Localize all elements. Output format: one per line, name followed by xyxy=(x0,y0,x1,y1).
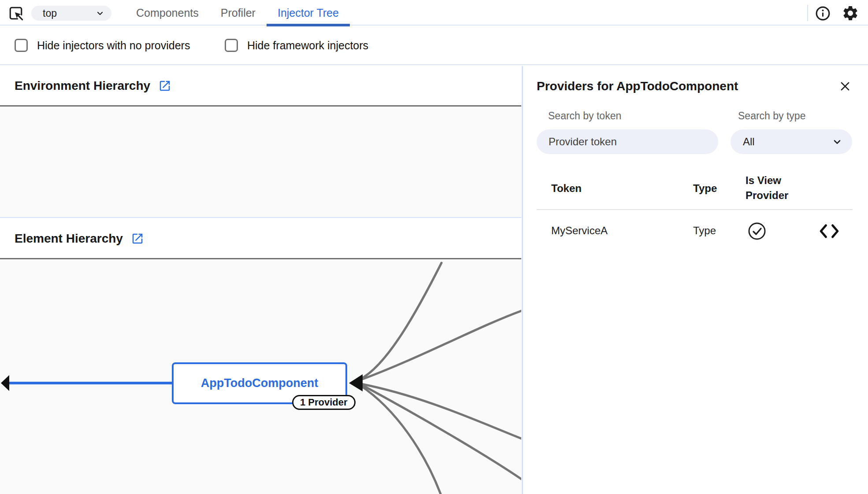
provider-count-badge[interactable]: 1 Provider xyxy=(292,395,356,410)
gear-icon xyxy=(842,4,859,22)
element-hierarchy-title: Element Hierarchy xyxy=(15,232,123,246)
column-header-is-view-provider: Is View Provider xyxy=(746,173,805,203)
toolbar: top Components Profiler Injector Tree xyxy=(0,0,868,26)
info-button[interactable] xyxy=(813,4,832,22)
chevron-down-icon xyxy=(96,9,104,18)
tab-profiler[interactable]: Profiler xyxy=(210,0,267,26)
providers-panel: Providers for AppTodoComponent Search by… xyxy=(522,66,868,494)
element-hierarchy-header: Element Hierarchy xyxy=(0,219,521,259)
close-icon xyxy=(838,80,852,93)
search-by-token-label: Search by token xyxy=(548,110,621,122)
provider-type-cell: Type xyxy=(693,225,716,237)
environment-hierarchy-graph[interactable] xyxy=(0,108,521,218)
column-header-token: Token xyxy=(551,182,582,195)
is-view-provider-check-icon xyxy=(747,221,767,241)
providers-panel-title: Providers for AppTodoComponent xyxy=(537,79,738,93)
hide-framework-checkbox-group[interactable]: Hide framework injectors xyxy=(225,26,368,64)
environment-hierarchy-header: Environment Hierarchy xyxy=(0,66,521,107)
provider-token-search-input[interactable] xyxy=(537,129,718,154)
table-divider xyxy=(537,209,853,210)
hide-framework-checkbox[interactable] xyxy=(225,39,238,52)
view-source-code-icon[interactable] xyxy=(819,224,839,239)
chevron-down-icon xyxy=(832,136,842,147)
frame-selector-dropdown[interactable]: top xyxy=(31,6,111,21)
inspect-element-button[interactable] xyxy=(7,5,25,21)
provider-token-cell: MyServiceA xyxy=(551,225,608,237)
hide-no-providers-checkbox[interactable] xyxy=(15,39,28,52)
open-in-new-icon[interactable] xyxy=(131,232,144,245)
inspect-icon xyxy=(7,6,24,21)
open-in-new-icon[interactable] xyxy=(158,79,171,92)
search-by-type-label: Search by type xyxy=(738,110,805,122)
filter-bar: Hide injectors with no providers Hide fr… xyxy=(0,26,868,65)
element-hierarchy-graph[interactable]: AppTodoComponent 1 Provider xyxy=(0,261,521,494)
environment-hierarchy-title: Environment Hierarchy xyxy=(15,79,150,93)
tab-components[interactable]: Components xyxy=(125,0,210,26)
provider-type-select-value: All xyxy=(743,136,832,148)
hide-no-providers-label: Hide injectors with no providers xyxy=(37,39,190,52)
frame-selector-value: top xyxy=(43,7,96,19)
graph-node-label: AppTodoComponent xyxy=(201,376,318,390)
settings-button[interactable] xyxy=(841,4,860,22)
hide-no-providers-checkbox-group[interactable]: Hide injectors with no providers xyxy=(15,26,190,64)
provider-type-select[interactable]: All xyxy=(731,129,852,154)
close-panel-button[interactable] xyxy=(836,77,854,95)
tab-bar: Components Profiler Injector Tree xyxy=(125,0,350,26)
toolbar-divider xyxy=(807,5,808,21)
info-icon xyxy=(815,5,831,22)
tab-injector-tree[interactable]: Injector Tree xyxy=(267,0,350,26)
column-header-type: Type xyxy=(693,182,717,195)
hide-framework-label: Hide framework injectors xyxy=(247,39,368,52)
